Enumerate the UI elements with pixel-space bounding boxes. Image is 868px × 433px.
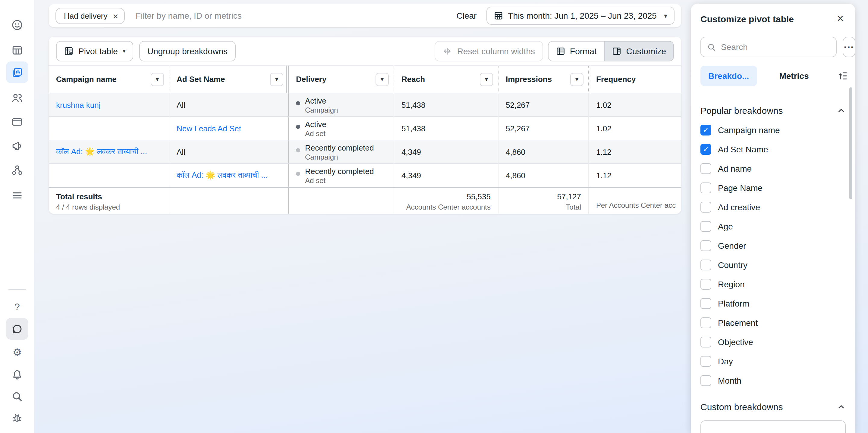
breakdown-option[interactable]: ✓ Placement bbox=[701, 313, 846, 332]
checkbox[interactable]: ✓ bbox=[701, 356, 711, 367]
nav-settings[interactable]: ⚙ bbox=[6, 341, 28, 363]
checkbox[interactable]: ✓ bbox=[701, 202, 711, 212]
table-row: कॉल Ad: 🌟 लवकर ताब्याची ... All Recently… bbox=[49, 140, 681, 164]
campaign-link[interactable]: कॉल Ad: 🌟 लवकर ताब्याची ... bbox=[56, 147, 147, 157]
bug-icon bbox=[11, 412, 23, 423]
section-label: Custom breakdowns bbox=[701, 401, 783, 412]
breakdown-option[interactable]: ✓ Day bbox=[701, 352, 846, 371]
ad-set-name-cell: All bbox=[169, 93, 288, 117]
nav-search[interactable] bbox=[6, 386, 28, 407]
left-nav-rail: ? ⚙ bbox=[0, 0, 34, 433]
date-range-button[interactable]: This month: Jun 1, 2025 – Jun 23, 2025 ▾ bbox=[486, 7, 675, 25]
campaign-link[interactable]: krushna kunj bbox=[56, 100, 100, 109]
reach-cell: 4,349 bbox=[394, 164, 498, 187]
checkbox[interactable]: ✓ bbox=[701, 260, 711, 270]
filter-chip-had-delivery[interactable]: Had delivery × bbox=[56, 7, 125, 24]
checkbox[interactable]: ✓ bbox=[701, 298, 711, 309]
ad-set-link[interactable]: New Leads Ad Set bbox=[177, 124, 241, 133]
reset-widths-icon bbox=[443, 46, 453, 56]
tab-breakdowns[interactable]: Breakdo... bbox=[701, 66, 757, 86]
checkbox[interactable]: ✓ bbox=[701, 163, 711, 174]
format-label: Format bbox=[570, 46, 597, 56]
breakdown-option[interactable]: ✓ Page Name bbox=[701, 178, 846, 198]
delivery-cell: ActiveAd set bbox=[288, 117, 394, 140]
filter-search-input[interactable] bbox=[135, 11, 456, 21]
clear-filters-button[interactable]: Clear bbox=[457, 11, 477, 21]
breakdown-option-label: Page Name bbox=[718, 183, 763, 193]
breakdown-option[interactable]: ✓ Ad Set Name bbox=[701, 140, 846, 159]
breakdown-option[interactable]: ✓ Gender bbox=[701, 236, 846, 255]
customize-button[interactable]: Customize bbox=[604, 41, 674, 61]
breakdown-option[interactable]: ✓ Age bbox=[701, 217, 846, 236]
format-button[interactable]: Format bbox=[548, 41, 604, 61]
chevron-up-icon bbox=[837, 402, 846, 411]
column-menu-button[interactable]: ▾ bbox=[570, 73, 584, 86]
delivery-cell: ActiveCampaign bbox=[288, 93, 394, 117]
reach-cell: 4,349 bbox=[394, 140, 498, 164]
table-total-row: Total results 4 / 4 rows displayed 55,53… bbox=[49, 187, 681, 214]
ungroup-breakdowns-label: Ungroup breakdowns bbox=[147, 46, 227, 56]
view-selector-button[interactable]: Pivot table ▾ bbox=[56, 41, 133, 61]
breakdown-option[interactable]: ✓ Country bbox=[701, 255, 846, 275]
tab-metrics[interactable]: Metrics bbox=[771, 66, 816, 86]
checkbox[interactable]: ✓ bbox=[701, 125, 711, 135]
breakdown-option[interactable]: ✓ Month bbox=[701, 371, 846, 390]
panel-scrollbar[interactable] bbox=[849, 87, 852, 199]
column-label: Ad Set Name bbox=[177, 75, 225, 84]
breakdown-option[interactable]: ✓ Platform bbox=[701, 294, 846, 313]
breakdown-option-label: Region bbox=[718, 279, 745, 289]
column-menu-button[interactable]: ▾ bbox=[480, 73, 493, 86]
custom-breakdown-input[interactable] bbox=[701, 420, 846, 433]
total-impressions-caption: Total bbox=[566, 203, 581, 211]
nav-notifications[interactable] bbox=[6, 364, 28, 386]
breakdown-option[interactable]: ✓ Campaign name bbox=[701, 121, 846, 140]
column-menu-button[interactable]: ▾ bbox=[270, 73, 283, 86]
ad-set-name-cell: New Leads Ad Set bbox=[169, 117, 288, 140]
section-custom-breakdowns[interactable]: Custom breakdowns bbox=[701, 396, 846, 417]
panel-search-input[interactable] bbox=[721, 42, 830, 52]
checkbox[interactable]: ✓ bbox=[701, 240, 711, 251]
nav-ads[interactable] bbox=[6, 135, 28, 157]
reset-widths-label: Reset column widths bbox=[457, 46, 535, 56]
breakdown-option[interactable]: ✓ Objective bbox=[701, 332, 846, 352]
home-icon bbox=[11, 19, 23, 30]
search-icon bbox=[11, 391, 23, 402]
column-menu-button[interactable]: ▾ bbox=[375, 73, 389, 86]
remove-filter-icon[interactable]: × bbox=[113, 11, 119, 20]
checkbox[interactable]: ✓ bbox=[701, 144, 711, 155]
breakdown-option[interactable]: ✓ Ad creative bbox=[701, 198, 846, 217]
nav-all-tools[interactable] bbox=[6, 184, 28, 206]
check-icon: ✓ bbox=[703, 146, 709, 153]
checkbox[interactable]: ✓ bbox=[701, 182, 711, 193]
nav-audiences[interactable] bbox=[6, 87, 28, 108]
panel-search-box[interactable] bbox=[701, 37, 837, 57]
checkbox[interactable]: ✓ bbox=[701, 337, 711, 347]
nav-business-structure[interactable] bbox=[6, 159, 28, 181]
checkbox[interactable]: ✓ bbox=[701, 221, 711, 232]
breakdown-option-label: Month bbox=[718, 376, 741, 386]
collapse-sections-icon[interactable] bbox=[837, 70, 848, 81]
nav-feedback[interactable] bbox=[6, 318, 28, 340]
menu-icon bbox=[11, 190, 23, 201]
nav-home[interactable] bbox=[6, 14, 28, 36]
breakdown-option[interactable]: ✓ Region bbox=[701, 275, 846, 294]
section-popular-breakdowns[interactable]: Popular breakdowns bbox=[701, 100, 846, 121]
nav-billing[interactable] bbox=[6, 111, 28, 132]
checkbox[interactable]: ✓ bbox=[701, 318, 711, 328]
total-impressions-value: 57,127 bbox=[557, 192, 581, 201]
nav-help[interactable]: ? bbox=[6, 296, 28, 318]
close-icon[interactable]: × bbox=[832, 11, 848, 27]
checkbox[interactable]: ✓ bbox=[701, 375, 711, 386]
nav-reporting[interactable] bbox=[6, 61, 28, 83]
nav-report-bug[interactable] bbox=[6, 406, 28, 428]
reset-column-widths-button[interactable]: Reset column widths bbox=[435, 41, 543, 61]
rail-divider bbox=[8, 289, 26, 290]
ad-set-link[interactable]: कॉल Ad: 🌟 लवकर ताब्याची ... bbox=[177, 170, 268, 180]
gear-icon: ⚙ bbox=[13, 347, 22, 358]
ungroup-breakdowns-button[interactable]: Ungroup breakdowns bbox=[140, 41, 236, 61]
column-menu-button[interactable]: ▾ bbox=[151, 73, 164, 86]
checkbox[interactable]: ✓ bbox=[701, 279, 711, 290]
breakdown-option[interactable]: ✓ Ad name bbox=[701, 159, 846, 178]
more-options-button[interactable]: … bbox=[843, 37, 855, 57]
nav-tables[interactable] bbox=[6, 39, 28, 61]
